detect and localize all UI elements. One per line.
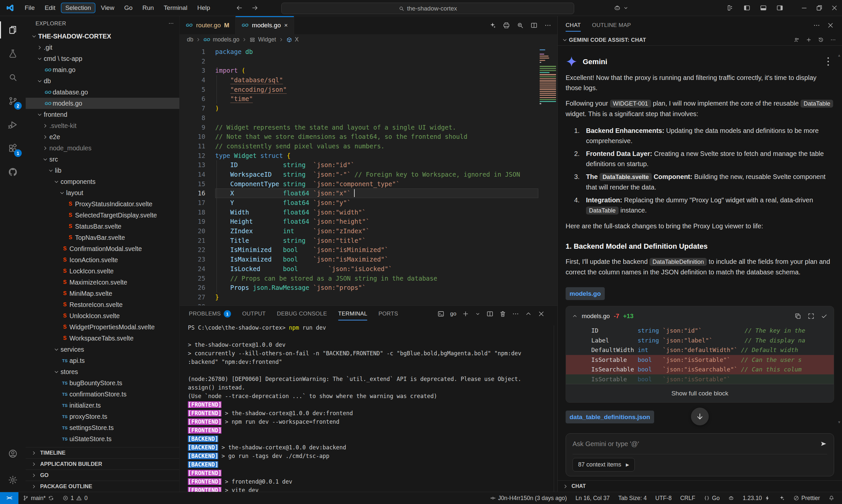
chat-close-icon[interactable] [827, 22, 834, 29]
tree-item-widgetpropertiesmodal.svelte[interactable]: SWidgetPropertiesModal.svelte [26, 321, 179, 332]
tree-item-confirmationmodal.svelte[interactable]: SConfirmationModal.svelte [26, 243, 179, 254]
activity-explorer-icon[interactable] [0, 18, 26, 42]
expand-code-icon[interactable] [807, 312, 815, 320]
cursor-position-item[interactable]: Ln 16, Col 37 [575, 495, 610, 502]
formatter-item[interactable]: Prettier [793, 495, 820, 502]
activity-accounts-icon[interactable] [0, 442, 26, 466]
minimap[interactable] [538, 45, 557, 305]
tree-item-workspacestore.ts[interactable]: TSWorkspaceStore.ts [26, 445, 179, 447]
tree-item-proxystore.ts[interactable]: TSproxyStore.ts [26, 411, 179, 422]
breadcrumb-item-db[interactable]: db [187, 36, 193, 43]
toggle-sidebar-icon[interactable] [743, 4, 751, 12]
tree-item-cmd-tsc-app[interactable]: cmd \ tsc-app [26, 53, 179, 64]
command-center-search[interactable]: the-shadow-cortex [281, 3, 574, 14]
tree-item-main.go[interactable]: GOmain.go [26, 64, 179, 75]
tree-item-components[interactable]: components [26, 176, 179, 187]
tree-item-iconaction.svelte[interactable]: SIconAction.svelte [26, 254, 179, 266]
panel-tab-debug-console[interactable]: DEBUG CONSOLE [277, 306, 327, 322]
gemini-more-actions-icon[interactable] [830, 37, 836, 43]
code-line-19[interactable]: 19 Height float64 `json:"height"` [180, 217, 538, 226]
new-terminal-icon[interactable] [462, 310, 469, 318]
panel-tab-ports[interactable]: PORTS [378, 306, 398, 322]
gemini-status-item[interactable] [779, 495, 785, 501]
explorer-more-actions-icon[interactable] [168, 20, 174, 26]
sparkle-icon[interactable] [489, 22, 496, 29]
activity-settings-icon[interactable] [0, 468, 26, 492]
code-line-17[interactable]: 17 Y float64 `json:"y"` [180, 198, 538, 208]
print-icon[interactable] [503, 22, 510, 29]
chat-scrollbar-up-icon[interactable]: ▲ [837, 50, 841, 60]
code-line-15[interactable]: 15 ComponentType string `json:"component… [180, 179, 538, 189]
editor-tab-models.go[interactable]: GOmodels.go× [236, 16, 294, 34]
activity-testing-icon[interactable] [0, 42, 26, 66]
terminal-scrollbar[interactable] [554, 325, 557, 492]
nav-forward-icon[interactable] [251, 4, 258, 12]
context-items-button[interactable]: 87 context items ▶ [573, 458, 635, 471]
tree-item-node-modules[interactable]: node_modules [26, 142, 179, 154]
send-icon[interactable] [820, 440, 827, 447]
go-version-item[interactable]: 1.23.10 [742, 495, 770, 502]
breadcrumb[interactable]: dbGOmodels.goWidgetX [180, 34, 557, 45]
notifications-item[interactable] [828, 495, 835, 501]
nav-back-icon[interactable] [236, 4, 243, 12]
tree-item-e2e[interactable]: e2e [26, 131, 179, 142]
code-line-20[interactable]: 20 ZIndex int `json:"zIndex"` [180, 226, 538, 236]
chat-more-actions-icon[interactable] [813, 22, 820, 29]
code-line-12[interactable]: 12type Widget struct { [180, 151, 538, 161]
tree-item-models.go[interactable]: GOmodels.go [26, 98, 179, 109]
restore-button[interactable] [812, 0, 827, 16]
sidebar-section-go[interactable]: GO [26, 469, 179, 481]
tree-item-db[interactable]: db [26, 75, 179, 87]
terminal-launch-icon[interactable] [437, 310, 445, 318]
scroll-to-bottom-button[interactable] [691, 408, 709, 425]
code-line-18[interactable]: 18 Width float64 `json:"width"` [180, 208, 538, 217]
code-line-4[interactable]: 4 "database/sql" [180, 75, 538, 85]
menu-go[interactable]: Go [120, 3, 137, 13]
minimize-button[interactable] [796, 0, 812, 16]
chat-scrollbar-down-icon[interactable]: ▼ [837, 417, 841, 427]
collapse-code-icon[interactable] [572, 313, 578, 319]
menu-view[interactable]: View [97, 3, 119, 13]
maximize-panel-icon[interactable] [525, 310, 532, 318]
copy-code-icon[interactable] [794, 312, 802, 320]
panel-tab-problems[interactable]: PROBLEMS1 [189, 306, 231, 322]
editor-tab-router.go[interactable]: GOrouter.goM [180, 16, 236, 34]
tree-item-restoreicon.svelte[interactable]: SRestoreIcon.svelte [26, 299, 179, 310]
tree-item-.git[interactable]: .git [26, 42, 179, 53]
show-full-code-button[interactable]: Show full code block [566, 384, 834, 402]
code-line-3[interactable]: 3import ( [180, 66, 538, 75]
breadcrumb-item-models.go[interactable]: models.go [213, 36, 239, 43]
close-panel-icon[interactable] [538, 310, 545, 318]
code-line-1[interactable]: 1package db [180, 47, 538, 57]
menu-terminal[interactable]: Terminal [160, 3, 192, 13]
menu-help[interactable]: Help [193, 3, 214, 13]
file-link-chip-models.go[interactable]: models.go [566, 287, 605, 300]
split-terminal-icon[interactable] [486, 310, 494, 318]
tree-item-maximizeicon.svelte[interactable]: SMaximizeIcon.svelte [26, 277, 179, 288]
terminal-profile-label[interactable]: go [450, 310, 456, 317]
sidebar-section-package-outline[interactable]: PACKAGE OUTLINE [26, 481, 179, 492]
code-editor[interactable]: 1package db23import (4 "database/sql"5 "… [180, 45, 557, 305]
new-chat-icon[interactable] [806, 37, 812, 43]
tree-item-services[interactable]: services [26, 344, 179, 355]
activity-search-icon[interactable] [0, 66, 26, 89]
message-kebab-icon[interactable] [822, 56, 834, 68]
activity-extensions-icon[interactable]: 1 [0, 137, 26, 160]
file-link-chip-data_table_definitions.json[interactable]: data_table_definitions.json [566, 411, 654, 424]
tree-item-stores[interactable]: stores [26, 366, 179, 377]
code-line-13[interactable]: 13 ID string `json:"id"` [180, 160, 538, 170]
tree-item-statusbar.svelte[interactable]: SStatusBar.svelte [26, 221, 179, 232]
editor-more-actions-icon[interactable] [544, 22, 552, 29]
menu-run[interactable]: Run [138, 3, 158, 13]
tree-item-api.ts[interactable]: TSapi.ts [26, 355, 179, 366]
tree-item-uistatestore.ts[interactable]: TSuiStateStore.ts [26, 433, 179, 445]
tree-item-.svelte-kit[interactable]: .svelte-kit [26, 120, 179, 131]
activity-run-and-debug-icon[interactable] [0, 113, 26, 137]
tree-item-unlockicon.svelte[interactable]: SUnlockIcon.svelte [26, 310, 179, 321]
tab-size-item[interactable]: Tab Size: 4 [618, 495, 647, 502]
split-editor-icon[interactable] [531, 22, 538, 29]
tree-item-frontend[interactable]: frontend [26, 109, 179, 120]
code-line-25[interactable]: 25 // Props can be stored as a JSON stri… [180, 274, 538, 283]
kill-terminal-icon[interactable] [499, 310, 506, 318]
tree-item-proxystatusindicator.svelte[interactable]: SProxyStatusIndicator.svelte [26, 198, 179, 210]
